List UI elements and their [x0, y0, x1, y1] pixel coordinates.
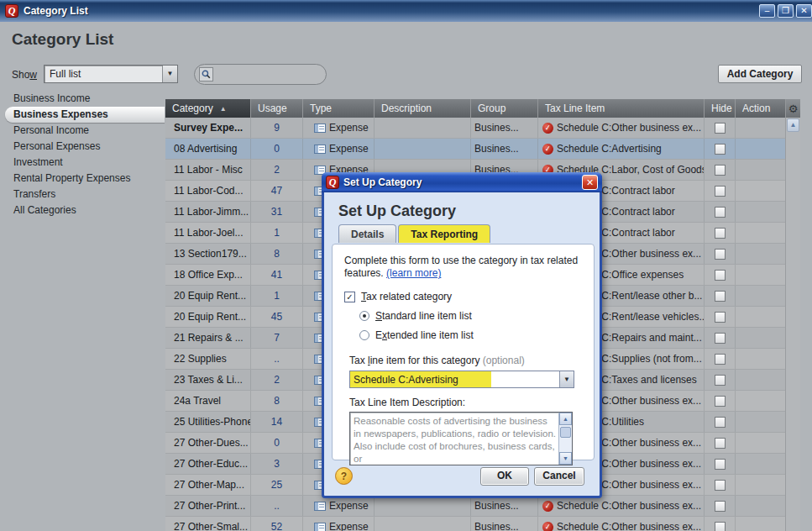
sidebar-item[interactable]: Personal Expenses [5, 139, 165, 155]
column-header-type[interactable]: Type [302, 99, 374, 118]
hide-checkbox[interactable] [715, 144, 726, 155]
category-cell: 11 Labor - Misc [165, 160, 250, 180]
maximize-button[interactable]: ❐ [778, 4, 794, 18]
scroll-down-icon[interactable]: ▼ [559, 452, 572, 465]
hide-checkbox[interactable] [715, 270, 726, 281]
hide-checkbox[interactable] [715, 249, 726, 260]
column-header-category[interactable]: Category▲ [165, 99, 250, 118]
hide-checkbox[interactable] [715, 165, 726, 176]
column-header-hide[interactable]: Hide [704, 99, 735, 118]
hide-checkbox[interactable] [715, 396, 726, 407]
column-header-description[interactable]: Description [374, 99, 470, 118]
category-cell: 22 Supplies [165, 349, 250, 369]
category-cell: 20 Equip Rent... [165, 286, 250, 306]
scroll-up-icon[interactable]: ▲ [559, 413, 572, 425]
action-cell [735, 349, 785, 369]
sidebar-item[interactable]: Personal Income [5, 123, 165, 139]
close-button[interactable]: ✕ [796, 4, 812, 18]
hide-cell [704, 391, 735, 411]
hide-cell [704, 286, 735, 306]
hide-cell [704, 307, 735, 327]
hide-checkbox[interactable] [715, 228, 726, 239]
table-scrollbar[interactable]: ▲ [785, 118, 800, 531]
column-header-tax-line-item[interactable]: Tax Line Item [537, 99, 704, 118]
scrollbar-thumb[interactable] [560, 427, 571, 438]
hide-checkbox[interactable] [715, 459, 726, 470]
learn-more-link[interactable]: (learn more) [386, 267, 441, 279]
table-row[interactable]: 27 Other-Print... .. Expense Busines... … [165, 496, 785, 517]
minimize-button[interactable]: – [759, 4, 775, 18]
tax-related-checkbox[interactable]: ✓ [344, 292, 355, 302]
category-cell: 11 Labor-Joel... [165, 223, 250, 243]
search-icon [199, 67, 213, 81]
hide-checkbox[interactable] [715, 438, 726, 449]
usage-cell: 47 [250, 181, 302, 201]
hide-checkbox[interactable] [715, 375, 726, 386]
hide-cell [704, 160, 735, 180]
application-window: Q Category List – ❐ ✕ Category List Show… [0, 0, 812, 531]
usage-cell: 41 [250, 265, 302, 285]
hide-checkbox[interactable] [715, 480, 726, 491]
tax-line-cell: ✓Schedule C:Other business ex... [537, 496, 704, 516]
table-row[interactable]: Survey Expe... 9 Expense Busines... ✓Sch… [165, 118, 785, 139]
hide-cell [704, 370, 735, 390]
hide-checkbox[interactable] [715, 522, 726, 531]
sidebar-item[interactable]: Rental Property Expenses [5, 171, 165, 187]
standard-list-radio[interactable] [359, 311, 369, 321]
category-cell: 27 Other-Educ... [165, 454, 250, 474]
tax-line-item-dropdown[interactable]: Schedule C:Advertising ▼ [349, 371, 574, 388]
hide-checkbox[interactable] [715, 291, 726, 302]
sidebar-item[interactable]: All Categories [5, 202, 165, 218]
action-cell [735, 244, 785, 264]
description-cell [374, 139, 470, 159]
sidebar-item[interactable]: Business Income [5, 91, 165, 107]
type-cell: Expense [302, 517, 374, 531]
sidebar-item[interactable]: Business Expenses [5, 107, 165, 123]
hide-checkbox[interactable] [715, 501, 726, 512]
dialog-tabs: Details Tax Reporting [338, 224, 490, 243]
hide-checkbox[interactable] [715, 207, 726, 218]
app-logo-icon: Q [5, 4, 18, 18]
tax-related-label: Tax related category [361, 291, 452, 302]
column-header-group[interactable]: Group [470, 99, 537, 118]
type-cell: Expense [302, 118, 374, 138]
table-row[interactable]: 27 Other-Smal... 52 Expense Busines... ✓… [165, 517, 785, 531]
chevron-down-icon[interactable]: ▼ [559, 371, 574, 387]
expense-type-icon [314, 502, 326, 511]
chevron-down-icon[interactable]: ▼ [162, 66, 177, 82]
column-header-action[interactable]: Action [735, 99, 785, 118]
tax-line-description-textarea[interactable]: Reasonable costs of advertising the busi… [349, 412, 573, 465]
scroll-up-icon[interactable]: ▲ [787, 118, 799, 132]
category-cell: 08 Advertising [165, 139, 250, 159]
type-cell: Expense [302, 139, 374, 159]
ok-button[interactable]: OK [480, 467, 529, 486]
cancel-button[interactable]: Cancel [534, 467, 584, 486]
category-cell: 18 Office Exp... [165, 265, 250, 285]
dialog-close-icon[interactable]: ✕ [582, 175, 598, 190]
add-category-button[interactable]: Add Category [718, 65, 802, 83]
group-cell: Busines... [470, 496, 537, 516]
action-cell [735, 286, 785, 306]
gear-icon[interactable]: ⚙ [785, 99, 800, 118]
hide-checkbox[interactable] [715, 123, 726, 134]
help-icon[interactable]: ? [335, 467, 353, 485]
hide-checkbox[interactable] [715, 333, 726, 344]
sidebar-item[interactable]: Transfers [5, 187, 165, 202]
table-row[interactable]: 08 Advertising 0 Expense Busines... ✓Sch… [165, 139, 785, 160]
tab-details[interactable]: Details [338, 224, 396, 243]
column-header-usage[interactable]: Usage [250, 99, 302, 118]
textarea-scrollbar[interactable]: ▲ ▼ [558, 413, 572, 465]
hide-checkbox[interactable] [715, 417, 726, 428]
hide-checkbox[interactable] [715, 186, 726, 197]
tax-line-description-label: Tax Line Item Description: [349, 397, 585, 408]
hide-checkbox[interactable] [715, 312, 726, 323]
extended-list-radio[interactable] [359, 330, 369, 340]
show-filter-dropdown[interactable]: Full list ▼ [44, 65, 178, 83]
search-input[interactable] [194, 64, 327, 85]
sidebar-item[interactable]: Investment [5, 155, 165, 171]
type-cell: Expense [302, 496, 374, 516]
usage-cell: .. [250, 349, 302, 369]
hide-checkbox[interactable] [715, 354, 726, 365]
tax-check-icon: ✓ [542, 143, 554, 155]
tab-tax-reporting[interactable]: Tax Reporting [398, 224, 490, 243]
